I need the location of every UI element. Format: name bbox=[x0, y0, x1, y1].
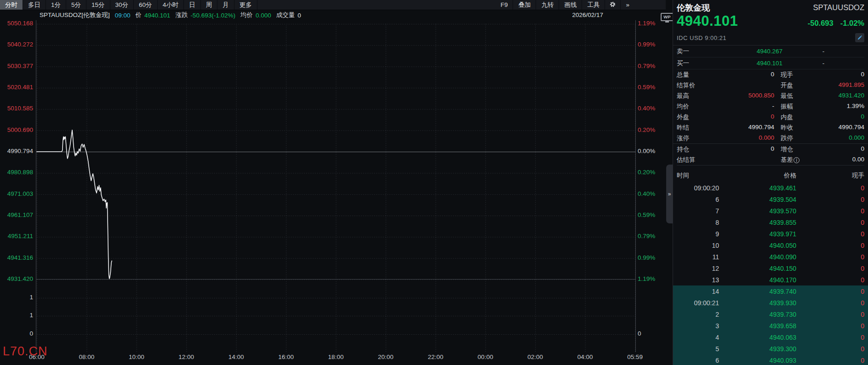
tab-更多[interactable]: 更多 bbox=[234, 0, 257, 10]
double-chevron-right-icon: » bbox=[626, 1, 629, 8]
stats-row: 最高5000.850最低4931.420 bbox=[677, 91, 864, 101]
tab-4小时[interactable]: 4小时 bbox=[158, 0, 184, 10]
stat-label: 涨停 bbox=[677, 134, 689, 143]
tab-60分[interactable]: 60分 bbox=[134, 0, 158, 10]
tick-row[interactable]: 94939.9710 bbox=[677, 228, 864, 240]
tick-row[interactable]: 84939.8550 bbox=[677, 217, 864, 228]
chart-date: 2026/02/17 bbox=[565, 11, 603, 18]
stat-value bbox=[696, 156, 781, 164]
chart-symbol: SPTAUUSDOZ[伦敦金现] bbox=[40, 11, 110, 19]
tab-多日[interactable]: 多日 bbox=[23, 0, 46, 10]
ticks-header: 时间 价格 现手 bbox=[677, 165, 864, 182]
price-tick-label: 5020.481 bbox=[0, 84, 33, 91]
stat-cell: 开盘4991.895 bbox=[781, 81, 864, 90]
tick-row[interactable]: 64939.5040 bbox=[677, 194, 864, 205]
tab-周[interactable]: 周 bbox=[201, 0, 218, 10]
stats-row: 外盘0内盘0 bbox=[677, 112, 864, 122]
stat-label: 内盘 bbox=[781, 113, 793, 121]
stat-value: 0 bbox=[689, 71, 781, 79]
tab-30分[interactable]: 30分 bbox=[110, 0, 134, 10]
tick-vol: 0 bbox=[796, 242, 864, 249]
percent-tick-label: 0.40% bbox=[638, 190, 655, 197]
stat-value: 4990.794 bbox=[689, 124, 781, 132]
stat-label: 持仓 bbox=[677, 145, 689, 154]
stat-cell: 总量0 bbox=[677, 71, 781, 79]
tab-分时[interactable]: 分时 bbox=[0, 0, 23, 10]
stat-value: 5000.850 bbox=[689, 92, 781, 100]
percent-tick-label: 1.19% bbox=[638, 20, 655, 27]
tick-row[interactable]: 09:00:214939.9300 bbox=[673, 297, 868, 308]
tick-time: 09:00:20 bbox=[677, 184, 719, 192]
intraday-chart[interactable] bbox=[36, 20, 636, 352]
stat-label: 均价 bbox=[677, 103, 689, 111]
stat-value: 0.000 bbox=[689, 134, 781, 143]
stat-label: 外盘 bbox=[677, 113, 689, 121]
stat-cell: 外盘0 bbox=[677, 113, 781, 121]
tabbar-right-pad bbox=[634, 0, 666, 10]
toolbar-more-button[interactable]: » bbox=[621, 0, 634, 10]
tick-row[interactable]: 74939.5700 bbox=[677, 205, 864, 217]
tick-vol: 0 bbox=[796, 345, 864, 353]
percent-tick-label: 1.19% bbox=[638, 275, 655, 282]
action-九转[interactable]: 九转 bbox=[536, 0, 559, 10]
tick-price: 4939.461 bbox=[719, 184, 796, 192]
tick-row[interactable]: 09:00:204939.4610 bbox=[677, 182, 864, 194]
time-tick-label: 00:00 bbox=[471, 354, 500, 360]
tick-time: 12 bbox=[677, 265, 719, 272]
tick-row[interactable]: 104940.0500 bbox=[677, 240, 864, 251]
action-画线[interactable]: 画线 bbox=[559, 0, 582, 10]
instrument-code: SPTAUUSDOZ bbox=[813, 3, 864, 12]
stat-cell: 估结算 bbox=[677, 156, 781, 164]
stat-label: 现手 bbox=[781, 71, 793, 79]
stat-cell: 基差i0.00 bbox=[781, 156, 864, 164]
stat-cell: 昨收4990.794 bbox=[781, 124, 864, 132]
action-工具[interactable]: 工具 bbox=[582, 0, 605, 10]
stat-label: 最低 bbox=[781, 92, 793, 100]
tick-row[interactable]: 134940.1700 bbox=[677, 274, 864, 285]
quote-label: 卖一 bbox=[677, 47, 709, 56]
volume-value: 0 bbox=[297, 12, 301, 19]
quote-label: 买一 bbox=[677, 59, 709, 68]
panel-collapse-handle[interactable]: » bbox=[666, 165, 673, 223]
tick-row[interactable]: 144939.7400 bbox=[673, 285, 868, 297]
stat-label: 昨收 bbox=[781, 124, 793, 132]
instrument-name: 伦敦金现 bbox=[677, 2, 710, 13]
stat-cell: 增仓0 bbox=[781, 145, 864, 154]
edit-button[interactable] bbox=[855, 33, 864, 42]
stat-cell: 现手0 bbox=[781, 71, 864, 79]
tick-price: 4940.093 bbox=[719, 357, 796, 364]
tab-日[interactable]: 日 bbox=[184, 0, 201, 10]
stats-row: 总量0现手0 bbox=[677, 69, 864, 80]
price-tick-label: 5000.690 bbox=[0, 126, 33, 133]
tab-15分[interactable]: 15分 bbox=[86, 0, 110, 10]
toolbar-actions: F9叠加九转画线工具 bbox=[496, 0, 605, 10]
price-value: 4940.101 bbox=[144, 12, 170, 19]
price-label: 价 bbox=[136, 11, 142, 19]
tick-row[interactable]: 44940.0630 bbox=[673, 331, 868, 343]
tick-row[interactable]: 114940.0900 bbox=[677, 251, 864, 262]
tick-time: 8 bbox=[677, 219, 719, 226]
tick-time: 6 bbox=[677, 196, 719, 203]
tick-time: 4 bbox=[677, 334, 719, 341]
settings-button[interactable] bbox=[605, 0, 621, 10]
tick-row[interactable]: 24939.7300 bbox=[673, 308, 868, 320]
tick-vol: 0 bbox=[796, 357, 864, 364]
tab-1分[interactable]: 1分 bbox=[46, 0, 66, 10]
tick-row[interactable]: 124940.1500 bbox=[677, 262, 864, 274]
tab-月[interactable]: 月 bbox=[217, 0, 234, 10]
tick-price: 4939.730 bbox=[719, 311, 796, 318]
action-F9[interactable]: F9 bbox=[496, 0, 514, 10]
stat-value: 0.000 bbox=[793, 134, 864, 143]
action-叠加[interactable]: 叠加 bbox=[513, 0, 536, 10]
stat-value: 4931.420 bbox=[793, 92, 864, 100]
quote-row-卖一[interactable]: 卖一4940.267- bbox=[677, 46, 864, 57]
tab-5分[interactable]: 5分 bbox=[66, 0, 86, 10]
wp-window-icon[interactable]: WP bbox=[661, 13, 674, 21]
stat-cell: 涨停0.000 bbox=[677, 134, 781, 143]
tick-vol: 0 bbox=[796, 322, 864, 330]
info-icon[interactable]: i bbox=[794, 157, 799, 163]
tick-row[interactable]: 54939.3000 bbox=[673, 343, 868, 354]
tick-row[interactable]: 34939.6580 bbox=[673, 320, 868, 331]
tick-row[interactable]: 64940.0930 bbox=[673, 354, 868, 365]
quote-row-买一[interactable]: 买一4940.101- bbox=[677, 57, 864, 69]
